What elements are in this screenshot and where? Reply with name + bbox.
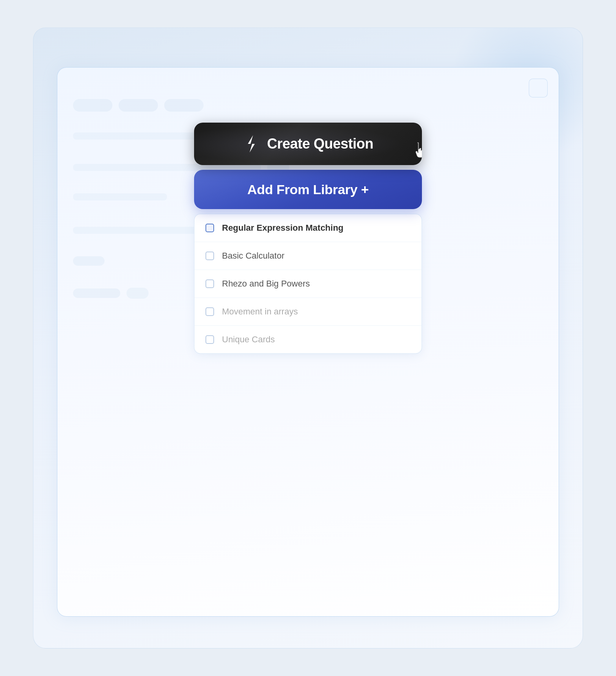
ghost-pill: [73, 99, 112, 112]
ghost-pill: [73, 288, 120, 298]
list-item[interactable]: Unique Cards: [194, 326, 422, 353]
item-label: Movement in arrays: [222, 307, 298, 317]
lightning-icon: [243, 135, 260, 152]
ghost-pill: [73, 256, 104, 266]
list-item[interactable]: Basic Calculator: [194, 242, 422, 270]
popup-area: Create Question Add From Library +: [136, 123, 480, 354]
add-from-library-button[interactable]: Add From Library +: [194, 170, 422, 209]
list-item[interactable]: Rhezo and Big Powers: [194, 270, 422, 298]
item-checkbox[interactable]: [205, 307, 214, 316]
item-label: Regular Expression Matching: [222, 223, 343, 233]
add-library-label: Add From Library +: [247, 182, 368, 197]
create-question-button[interactable]: Create Question: [194, 123, 422, 165]
cursor-icon: [412, 142, 422, 161]
ghost-pill: [164, 99, 204, 112]
list-item[interactable]: Movement in arrays: [194, 298, 422, 326]
question-list: Regular Expression Matching Basic Calcul…: [194, 214, 422, 354]
item-checkbox[interactable]: [205, 335, 214, 344]
top-right-button[interactable]: [529, 79, 548, 97]
ghost-pill: [119, 99, 158, 112]
item-label: Rhezo and Big Powers: [222, 279, 310, 289]
list-item[interactable]: Regular Expression Matching: [194, 214, 422, 242]
item-checkbox[interactable]: [205, 252, 214, 260]
inner-card: Create Question Add From Library +: [57, 67, 559, 617]
item-label: Unique Cards: [222, 334, 275, 345]
outer-frame: Create Question Add From Library +: [33, 28, 583, 648]
create-question-label: Create Question: [267, 136, 374, 152]
item-checkbox[interactable]: [205, 279, 214, 288]
item-label: Basic Calculator: [222, 251, 284, 261]
item-checkbox[interactable]: [205, 224, 214, 232]
